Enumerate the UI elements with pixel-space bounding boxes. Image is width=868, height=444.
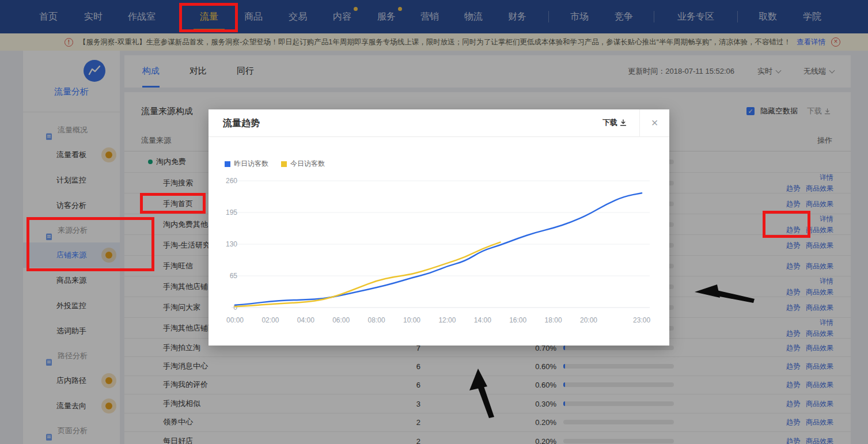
svg-text:18:00: 18:00	[545, 316, 562, 324]
traffic-trend-modal: 流量趋势 下载 × 昨日访客数今日访客数 06513019526000:0002…	[209, 109, 669, 346]
svg-text:12:00: 12:00	[438, 316, 456, 324]
modal-download-button[interactable]: 下载	[602, 117, 627, 128]
sycm-traffic-page: 首页实时作战室流量商品交易内容服务营销物流财务市场竞争业务专区取数学院 ! 【服…	[0, 0, 868, 444]
svg-text:08:00: 08:00	[368, 316, 385, 324]
svg-text:130: 130	[226, 240, 237, 248]
svg-text:02:00: 02:00	[261, 316, 279, 324]
series-line	[235, 242, 501, 307]
trend-chart[interactable]: 06513019526000:0002:0004:0006:0008:0010:…	[209, 154, 669, 340]
svg-text:14:00: 14:00	[474, 316, 491, 324]
svg-text:20:00: 20:00	[580, 316, 597, 324]
svg-text:23:00: 23:00	[633, 316, 650, 324]
svg-text:195: 195	[226, 208, 237, 217]
svg-text:65: 65	[230, 272, 238, 280]
svg-text:00:00: 00:00	[226, 316, 244, 324]
svg-text:260: 260	[226, 177, 237, 185]
modal-close-icon[interactable]: ×	[639, 109, 669, 137]
modal-header: 流量趋势 下载 ×	[209, 109, 669, 137]
modal-title: 流量趋势	[223, 117, 260, 130]
svg-text:10:00: 10:00	[403, 316, 420, 324]
download-icon	[620, 119, 627, 126]
svg-text:06:00: 06:00	[332, 316, 350, 324]
svg-text:04:00: 04:00	[297, 316, 314, 324]
series-line	[235, 193, 642, 305]
svg-text:16:00: 16:00	[509, 316, 526, 324]
